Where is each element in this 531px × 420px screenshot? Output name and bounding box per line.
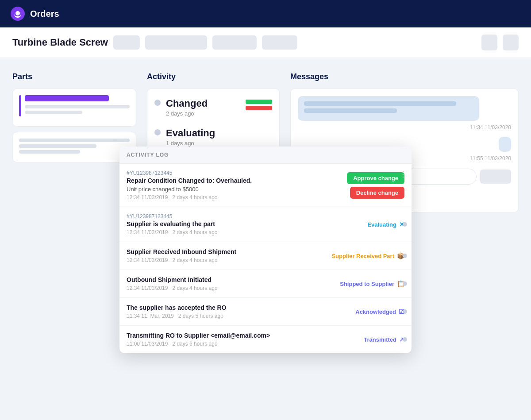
al-item-1-content: #YU123987123445 Repair Condition Changed… (127, 170, 342, 200)
al-item-5-content: The supplier has accepted the RO 11:34 1… (127, 304, 350, 319)
messages-section-title: Messages (290, 72, 519, 81)
msg-line-1 (304, 101, 456, 106)
part-gray-line-4 (19, 144, 96, 148)
part-gray-line-5 (19, 150, 80, 154)
part-accent-bar (19, 95, 21, 116)
al-item-3-age: 2 days 4 hours ago (172, 257, 217, 263)
activity-dot-2 (154, 129, 161, 135)
al-item-5-meta: 11:34 11. Mar, 2019 2 days 5 hours ago (127, 313, 350, 319)
parts-column: Parts (12, 72, 136, 212)
sub-icon-btn-1[interactable] (481, 35, 497, 50)
part-gray-line-3 (19, 139, 130, 142)
parts-section-title: Parts (12, 72, 136, 81)
part-card-2 (12, 132, 136, 162)
al-item-2-age: 2 days 4 hours ago (172, 229, 217, 235)
al-item-6-age: 2 days 6 hours ago (172, 341, 217, 347)
al-item-4-meta: 12:34 11/03/2019 2 days 4 hours ago (127, 285, 335, 291)
al-item-3-status: Supplier Received Part 📦 (331, 252, 404, 259)
activity-info-1: Changed 2 days ago (166, 98, 208, 117)
al-item-3-title: Supplier Received Inbound Shipment (127, 248, 326, 255)
activity-time-1: 2 days ago (166, 110, 208, 117)
message-bubble-2 (499, 137, 511, 152)
activity-dot-1 (154, 100, 161, 106)
al-item-6: Transmitting RO to Supplier <email@email… (119, 326, 412, 353)
al-item-5-date: 11:34 11. Mar, 2019 (127, 313, 174, 319)
al-item-4-dot (403, 281, 407, 286)
send-button[interactable] (480, 170, 511, 184)
al-item-6-dot (403, 337, 407, 342)
al-item-3-dot (403, 254, 407, 258)
al-item-4: Outbound Shipment Initiated 12:34 11/03/… (119, 270, 412, 298)
al-item-2-date: 12:34 11/03/2019 (127, 229, 168, 235)
al-item-5-dot (403, 309, 407, 314)
al-item-2-dot (403, 222, 407, 227)
activity-section-title: Activity (147, 72, 280, 81)
part-purple-bar (25, 95, 109, 101)
al-item-4-date: 12:34 11/03/2019 (127, 285, 168, 291)
al-item-2-title: Supplier is evaluating the part (127, 220, 362, 227)
al-item-5-title: The supplier has accepted the RO (127, 304, 350, 311)
al-item-5-age: 2 days 5 hours ago (178, 313, 223, 319)
sub-btn-3[interactable] (212, 35, 257, 50)
activity-badges-1 (246, 100, 272, 110)
al-item-4-content: Outbound Shipment Initiated 12:34 11/03/… (127, 276, 335, 291)
al-item-6-title: Transmitting RO to Supplier <email@email… (127, 332, 358, 339)
part-card-1 (12, 89, 136, 127)
sub-header: Turbine Blade Screw (0, 27, 531, 58)
al-item-1-meta: 12:34 11/03/2019 2 days 4 hours ago (127, 194, 342, 200)
activity-log-panel: ACTIVITY LOG #YU123987123445 Repair Cond… (119, 146, 412, 353)
al-item-3-date: 12:34 11/03/2019 (127, 257, 168, 263)
nav-title: Orders (30, 9, 59, 19)
decline-change-button[interactable]: Decline change (350, 187, 404, 199)
app-logo (11, 7, 25, 21)
activity-info-2: Evaluating 1 days ago (166, 127, 215, 146)
sub-icon-btn-2[interactable] (503, 35, 519, 50)
al-item-1-more[interactable]: ⋮ (399, 169, 407, 179)
sub-btn-2[interactable] (145, 35, 207, 50)
sub-btn-1[interactable] (113, 35, 140, 50)
al-item-6-status: Transmitted ↗ (364, 336, 404, 343)
al-item-1-actions: Approve change Decline change (347, 172, 404, 199)
approve-change-button[interactable]: Approve change (347, 172, 404, 184)
part-gray-line-2 (25, 111, 82, 114)
al-item-4-status: Shipped to Supplier 📋 (340, 280, 404, 287)
message-timestamp-1: 11:34 11/03/2020 (298, 124, 511, 131)
al-item-2-content: #YU123987123445 Supplier is evaluating t… (127, 213, 362, 235)
al-item-1: #YU123987123445 Repair Condition Changed… (119, 164, 412, 207)
top-navigation: Orders (0, 0, 531, 27)
activity-label-1: Changed (166, 98, 208, 109)
main-content: Parts Activity Changed (0, 58, 531, 227)
al-item-5-status: Acknowledged ☑ (355, 308, 404, 315)
al-item-3-meta: 12:34 11/03/2019 2 days 4 hours ago (127, 257, 326, 263)
al-item-1-date: 12:34 11/03/2019 (127, 194, 168, 200)
activity-item-1: Changed 2 days ago (154, 98, 272, 117)
badge-red (246, 106, 272, 110)
page-title: Turbine Blade Screw (12, 37, 108, 48)
al-item-1-age: 2 days 4 hours ago (172, 194, 217, 200)
part-gray-line-1 (25, 105, 130, 108)
al-item-2-id: #YU123987123445 (127, 213, 362, 220)
al-item-2-meta: 12:34 11/03/2019 2 days 4 hours ago (127, 229, 362, 235)
activity-label-2: Evaluating (166, 127, 215, 139)
al-item-2-status: Evaluating ✕ (367, 221, 404, 228)
activity-log-header: ACTIVITY LOG (119, 146, 412, 164)
al-item-5: The supplier has accepted the RO 11:34 1… (119, 298, 412, 326)
al-item-2: #YU123987123445 Supplier is evaluating t… (119, 207, 412, 242)
activity-item-2: Evaluating 1 days ago (154, 127, 272, 146)
part-bar-content (25, 95, 130, 116)
al-item-4-age: 2 days 4 hours ago (172, 285, 217, 291)
al-item-6-date: 11:00 11/03/2019 (127, 341, 168, 347)
badge-green (246, 100, 272, 104)
msg-line-2 (304, 108, 397, 113)
al-item-3: Supplier Received Inbound Shipment 12:34… (119, 242, 412, 270)
al-item-1-title: Repair Condition Changed to: Overhauled. (127, 177, 342, 184)
al-item-6-meta: 11:00 11/03/2019 2 days 6 hours ago (127, 341, 358, 347)
al-item-1-id: #YU123987123445 (127, 170, 342, 176)
sub-btn-4[interactable] (262, 35, 297, 50)
al-item-6-content: Transmitting RO to Supplier <email@email… (127, 332, 358, 347)
al-item-3-content: Supplier Received Inbound Shipment 12:34… (127, 248, 326, 263)
al-item-1-sub: Unit price changed to $5000 (127, 186, 342, 193)
message-bubble-1 (298, 96, 479, 121)
al-item-4-title: Outbound Shipment Initiated (127, 276, 335, 283)
activity-time-2: 1 days ago (166, 140, 215, 146)
